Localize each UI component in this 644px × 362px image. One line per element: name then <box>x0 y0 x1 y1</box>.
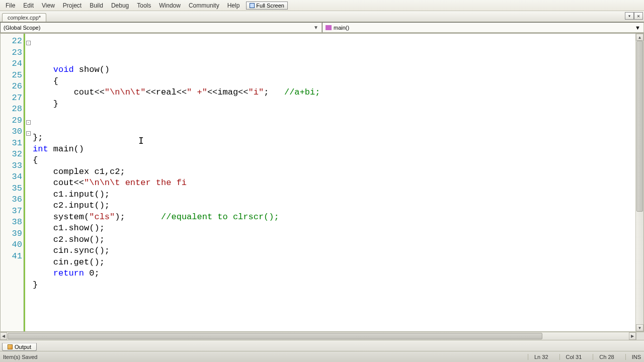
output-tab-label: Output <box>15 344 31 350</box>
status-message: Item(s) Saved <box>3 354 37 360</box>
mdi-window-controls: ▾ ✕ <box>625 12 643 20</box>
code-line[interactable]: } <box>33 99 635 110</box>
code-line[interactable]: c1.input(); <box>33 189 635 201</box>
output-panel-tabs: Output <box>0 340 644 351</box>
mdi-close-button[interactable]: ✕ <box>634 12 643 20</box>
vertical-scrollbar[interactable]: ▲ ▼ <box>635 34 643 331</box>
code-area[interactable]: I void show() { cout<<"\n\n\t"<<real<<" … <box>32 34 635 331</box>
mdi-dropdown-button[interactable]: ▾ <box>625 12 634 20</box>
scroll-up-arrow[interactable]: ▲ <box>636 34 643 41</box>
status-line: Ln 32 <box>528 354 548 360</box>
horizontal-scroll-thumb[interactable] <box>8 333 542 339</box>
scroll-left-arrow[interactable]: ◀ <box>0 332 7 340</box>
line-number: 35 <box>4 183 22 195</box>
code-line[interactable]: { <box>33 155 635 166</box>
line-number: 34 <box>4 171 22 183</box>
fullscreen-icon <box>250 3 255 8</box>
horizontal-scrollbar-row: ◀ ▶ <box>0 332 644 340</box>
line-number: 33 <box>4 160 22 172</box>
code-line[interactable]: int main() <box>33 144 635 155</box>
code-line[interactable]: }; <box>33 132 635 144</box>
menu-community[interactable]: Community <box>185 1 223 10</box>
document-tab-bar: complex.cpp* ▾ ✕ <box>0 11 644 22</box>
member-label: main() <box>334 25 349 31</box>
code-line[interactable]: void show() <box>33 64 635 76</box>
code-line[interactable]: cout<<"\n\n\t"<<real<<" +"<<imag<<"i"; /… <box>33 87 635 99</box>
line-number: 38 <box>4 217 22 228</box>
menu-file[interactable]: File <box>2 1 19 10</box>
horizontal-scroll-track[interactable] <box>7 332 629 340</box>
scroll-down-arrow[interactable]: ▼ <box>636 324 643 331</box>
scope-label: (Global Scope) <box>4 25 40 31</box>
menu-view[interactable]: View <box>38 1 58 10</box>
scroll-right-arrow[interactable]: ▶ <box>629 332 636 340</box>
line-number: 30 <box>4 126 22 138</box>
text-cursor: I <box>138 135 144 146</box>
line-number: 31 <box>4 138 22 149</box>
line-number: 27 <box>4 93 22 104</box>
line-number: 22 <box>4 36 22 47</box>
menu-edit[interactable]: Edit <box>20 1 37 10</box>
line-number: 40 <box>4 239 22 251</box>
code-line[interactable]: complex c1,c2; <box>33 166 635 178</box>
line-number-gutter: 2223242526272829303132333435363738394041 <box>1 34 24 331</box>
full-screen-label: Full Screen <box>256 3 284 9</box>
line-number: 37 <box>4 206 22 217</box>
menu-bar: File Edit View Project Build Debug Tools… <box>0 0 644 11</box>
code-line[interactable]: cin.get(); <box>33 257 635 268</box>
code-line[interactable]: } <box>33 280 635 291</box>
line-number: 25 <box>4 70 22 81</box>
fold-toggle[interactable]: - <box>26 131 31 136</box>
member-dropdown[interactable]: main() ▼ <box>322 22 644 33</box>
line-number: 28 <box>4 104 22 115</box>
chevron-down-icon: ▼ <box>313 25 318 30</box>
line-number: 29 <box>4 115 22 127</box>
menu-build[interactable]: Build <box>86 1 107 10</box>
chevron-down-icon: ▼ <box>635 25 640 31</box>
line-number: 39 <box>4 228 22 240</box>
file-tab[interactable]: complex.cpp* <box>2 13 46 22</box>
output-icon <box>8 344 13 349</box>
line-number: 41 <box>4 251 22 262</box>
line-number: 26 <box>4 81 22 93</box>
code-line[interactable]: cin.sync(); <box>33 245 635 257</box>
code-line[interactable]: c1.show(); <box>33 223 635 234</box>
scroll-corner <box>636 332 644 340</box>
output-tab[interactable]: Output <box>2 343 37 351</box>
status-ins: INS <box>625 354 641 360</box>
fold-column[interactable]: --- <box>24 34 32 331</box>
code-line[interactable] <box>33 121 635 133</box>
method-icon <box>326 25 332 30</box>
vertical-scroll-thumb[interactable] <box>636 41 643 212</box>
scope-dropdown[interactable]: (Global Scope) ▼ <box>0 22 322 33</box>
menu-window[interactable]: Window <box>155 1 184 10</box>
code-editor[interactable]: 2223242526272829303132333435363738394041… <box>0 33 644 332</box>
fold-toggle[interactable]: - <box>26 41 31 45</box>
navigation-bar: (Global Scope) ▼ main() ▼ <box>0 22 644 33</box>
fold-toggle[interactable]: - <box>26 120 31 125</box>
status-col: Col 31 <box>559 354 582 360</box>
code-line[interactable]: system("cls"); //equalent to clrscr(); <box>33 212 635 223</box>
code-line[interactable]: { <box>33 76 635 87</box>
line-number: 24 <box>4 58 22 70</box>
line-number: 23 <box>4 47 22 59</box>
code-line[interactable]: cout<<"\n\n\t enter the fi <box>33 177 635 189</box>
menu-project[interactable]: Project <box>59 1 85 10</box>
status-bar: Item(s) Saved Ln 32 Col 31 Ch 28 INS <box>0 351 644 362</box>
menu-tools[interactable]: Tools <box>133 1 154 10</box>
code-line[interactable]: c2.show(); <box>33 234 635 246</box>
line-number: 32 <box>4 149 22 160</box>
code-line[interactable] <box>33 110 635 121</box>
line-number: 36 <box>4 194 22 206</box>
code-line[interactable]: c2.input(); <box>33 200 635 212</box>
full-screen-button[interactable]: Full Screen <box>246 2 288 10</box>
menu-help[interactable]: Help <box>224 1 244 10</box>
menu-debug[interactable]: Debug <box>108 1 132 10</box>
code-line[interactable]: return 0; <box>33 268 635 280</box>
status-ch: Ch 28 <box>593 354 614 360</box>
